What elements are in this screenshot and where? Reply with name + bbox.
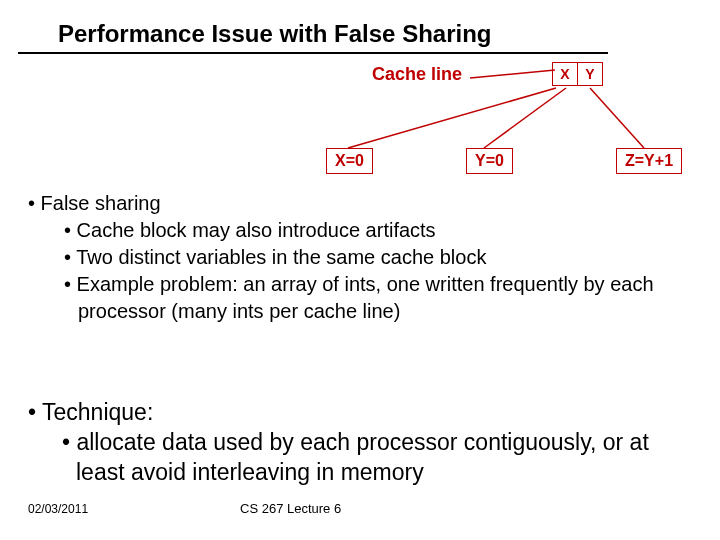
svg-line-0	[470, 70, 555, 78]
cache-cell-y: Y	[578, 62, 603, 86]
bullet-head-1: • False sharing	[28, 190, 680, 217]
bullet-1-2: • Two distinct variables in the same cac…	[64, 244, 680, 271]
svg-line-1	[348, 88, 556, 148]
processor-box-z: Z=Y+1	[616, 148, 682, 174]
footer-lecture: CS 267 Lecture 6	[240, 501, 341, 516]
processor-box-x: X=0	[326, 148, 373, 174]
processor-box-y: Y=0	[466, 148, 513, 174]
svg-line-2	[484, 88, 566, 148]
bullet-2-1: • allocate data used by each processor c…	[62, 428, 680, 488]
slide-title: Performance Issue with False Sharing	[58, 20, 491, 48]
footer-date: 02/03/2011	[28, 502, 88, 516]
cache-line-box: X Y	[552, 62, 603, 86]
bullet-section-1: • False sharing • Cache block may also i…	[28, 190, 680, 325]
title-underline	[18, 52, 608, 54]
cache-cell-x: X	[552, 62, 578, 86]
bullet-head-2: • Technique:	[28, 398, 680, 428]
bullet-1-3: • Example problem: an array of ints, one…	[64, 271, 680, 325]
svg-line-3	[590, 88, 644, 148]
cache-line-label: Cache line	[372, 64, 462, 85]
bullet-section-2: • Technique: • allocate data used by eac…	[28, 398, 680, 488]
bullet-1-1: • Cache block may also introduce artifac…	[64, 217, 680, 244]
